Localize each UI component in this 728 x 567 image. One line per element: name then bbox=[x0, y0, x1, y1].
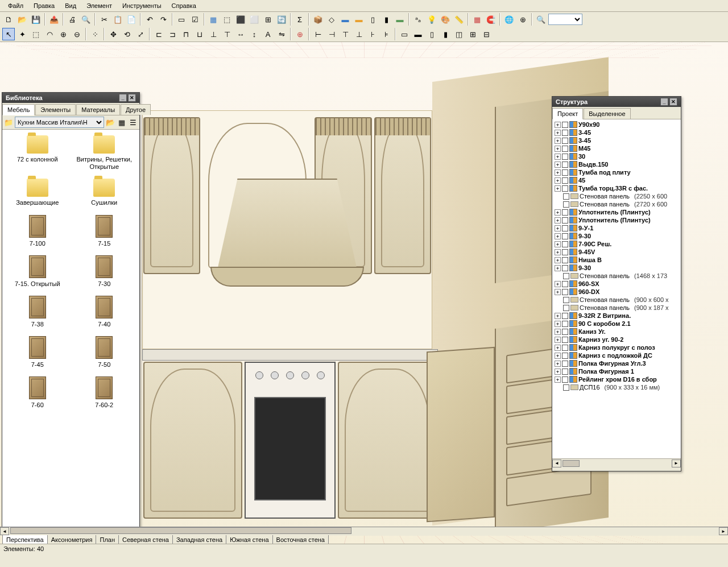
checkbox[interactable] bbox=[562, 233, 568, 239]
tree-row[interactable]: ДСП16(900 x 333 x 16 мм) bbox=[553, 383, 680, 391]
group5-icon[interactable]: ◫ bbox=[453, 28, 465, 40]
edge3-icon[interactable]: ⊤ bbox=[339, 28, 351, 40]
viewport-h-scrollbar[interactable]: ◄ ► bbox=[0, 527, 728, 536]
minimize-icon[interactable]: _ bbox=[119, 94, 127, 102]
checkbox[interactable] bbox=[562, 225, 568, 231]
close-icon[interactable]: ✕ bbox=[128, 94, 136, 102]
scroll-left-icon[interactable]: ◄ bbox=[0, 527, 9, 535]
rotate-icon[interactable]: ⟲ bbox=[121, 28, 133, 40]
edge4-icon[interactable]: ⊥ bbox=[353, 28, 365, 40]
group3-icon[interactable]: ▯ bbox=[425, 28, 438, 40]
library-item[interactable]: Витрины, Решетки, Открытые bbox=[73, 133, 136, 173]
edge1-icon[interactable]: ⊢ bbox=[312, 28, 324, 40]
select-rect-icon[interactable]: ⬚ bbox=[30, 28, 42, 40]
select-add-icon[interactable]: ⊕ bbox=[57, 28, 69, 40]
tree-row[interactable]: +Рейлинг хром D16 в сбор bbox=[553, 375, 680, 383]
library-item[interactable]: Завершающие bbox=[6, 176, 69, 209]
checkbox[interactable] bbox=[562, 376, 568, 383]
expand-icon[interactable]: + bbox=[555, 265, 561, 271]
undo-icon[interactable]: ↶ bbox=[143, 13, 156, 26]
checkbox[interactable] bbox=[562, 329, 568, 335]
expand-icon[interactable]: + bbox=[555, 289, 561, 295]
align-m-icon[interactable]: ⊥ bbox=[207, 28, 220, 40]
checkbox[interactable] bbox=[563, 305, 569, 311]
tree-row[interactable]: +9-30 bbox=[553, 232, 680, 240]
new-icon[interactable]: 🗋 bbox=[2, 13, 15, 26]
blue-box-icon[interactable]: ▬ bbox=[339, 13, 351, 26]
refresh-icon[interactable]: 🔄 bbox=[275, 13, 288, 26]
up-folder-icon[interactable]: 📂 bbox=[105, 117, 115, 127]
expand-icon[interactable]: + bbox=[555, 154, 561, 160]
align-r-icon[interactable]: ⊓ bbox=[180, 28, 192, 40]
scroll-left-icon[interactable]: ◄ bbox=[552, 460, 561, 467]
expand-icon[interactable]: + bbox=[555, 185, 561, 192]
checkbox[interactable] bbox=[562, 122, 568, 128]
checkbox[interactable] bbox=[562, 154, 568, 160]
checkbox[interactable] bbox=[562, 369, 568, 375]
view-list-icon[interactable]: ☰ bbox=[128, 117, 138, 127]
tree-row[interactable]: +Полка Фигурная Угл.3 bbox=[553, 359, 680, 367]
library-item[interactable]: 7-60-2 bbox=[73, 374, 136, 411]
checkbox[interactable] bbox=[562, 321, 568, 327]
view-icons-icon[interactable]: ▦ bbox=[117, 117, 127, 127]
tree-row[interactable]: +45 bbox=[553, 176, 680, 184]
expand-icon[interactable]: + bbox=[555, 209, 561, 216]
grid-icon[interactable]: ▦ bbox=[471, 13, 483, 26]
tree-row[interactable]: +9-45V bbox=[553, 248, 680, 256]
text-icon[interactable]: ᵃₐ bbox=[412, 13, 424, 26]
checkbox[interactable] bbox=[562, 146, 568, 152]
tree-row[interactable]: +9-32R Z Витрина. bbox=[553, 312, 680, 320]
library-item[interactable]: Сушилки bbox=[73, 176, 136, 209]
expand-icon[interactable]: + bbox=[555, 353, 561, 359]
scroll-thumb[interactable] bbox=[10, 527, 351, 534]
scale-icon[interactable]: ⤢ bbox=[134, 28, 147, 40]
tree-row[interactable]: Стеновая панель(900 x 600 x bbox=[553, 296, 680, 304]
expand-icon[interactable]: + bbox=[555, 241, 561, 247]
cabinet-icon[interactable]: ▯ bbox=[366, 13, 379, 26]
checkbox[interactable] bbox=[562, 209, 568, 216]
structure-tab[interactable]: Проект bbox=[552, 108, 583, 119]
tree-row[interactable]: +У90х90 bbox=[553, 121, 680, 129]
checkbox[interactable] bbox=[562, 313, 568, 319]
checkbox[interactable] bbox=[562, 353, 568, 359]
select-lasso-icon[interactable]: ◠ bbox=[43, 28, 56, 40]
menu-item[interactable]: Вид bbox=[60, 1, 81, 10]
check-icon[interactable]: ☑ bbox=[189, 13, 201, 26]
expand-icon[interactable]: + bbox=[555, 281, 561, 287]
checkbox[interactable] bbox=[562, 345, 568, 351]
library-item[interactable]: 7-40 bbox=[73, 293, 136, 330]
dots-icon[interactable]: ⁘ bbox=[89, 28, 101, 40]
library-titlebar[interactable]: Библиотека _ ✕ bbox=[2, 93, 139, 103]
library-path-select[interactable]: Кухни Массив Италия\Н bbox=[15, 117, 104, 128]
select-sub-icon[interactable]: ⊖ bbox=[71, 28, 83, 40]
copy-icon[interactable]: 📋 bbox=[111, 13, 124, 26]
select-window-icon[interactable]: ⬚ bbox=[221, 13, 233, 26]
flip-icon[interactable]: ⇋ bbox=[275, 28, 288, 40]
globe-icon[interactable]: 🌐 bbox=[503, 13, 515, 26]
expand-icon[interactable]: + bbox=[555, 122, 561, 128]
checkbox[interactable] bbox=[562, 257, 568, 263]
checkbox[interactable] bbox=[562, 337, 568, 343]
checkbox[interactable] bbox=[563, 273, 569, 279]
expand-icon[interactable]: + bbox=[555, 146, 561, 152]
expand-icon[interactable]: + bbox=[555, 225, 561, 231]
checkbox[interactable] bbox=[562, 265, 568, 271]
checkbox[interactable] bbox=[562, 241, 568, 247]
expand-icon[interactable]: + bbox=[555, 257, 561, 263]
tree-row[interactable]: +Полка Фигурная 1 bbox=[553, 367, 680, 375]
print-preview-icon[interactable]: 🔍 bbox=[80, 13, 92, 26]
expand-icon[interactable]: + bbox=[555, 217, 561, 224]
structure-titlebar[interactable]: Структура _ ✕ bbox=[552, 97, 681, 107]
checkbox[interactable] bbox=[562, 289, 568, 295]
tree-row[interactable]: +Карниз с подложкой ДС bbox=[553, 351, 680, 359]
tree-row[interactable]: +Каниз Уг. bbox=[553, 328, 680, 336]
checkbox[interactable] bbox=[562, 130, 568, 136]
group6-icon[interactable]: ⊞ bbox=[466, 28, 479, 40]
library-item[interactable]: 7-45 bbox=[6, 334, 69, 371]
expand-icon[interactable]: + bbox=[555, 138, 561, 144]
group7-icon[interactable]: ⊟ bbox=[480, 28, 493, 40]
library-tab[interactable]: Мебель bbox=[2, 104, 35, 115]
tree-row[interactable]: Стеновая панель(900 x 187 x bbox=[553, 304, 680, 312]
cut-icon[interactable]: ✂ bbox=[98, 13, 110, 26]
tree-row[interactable]: +Тумба торц.33R с фас. bbox=[553, 184, 680, 192]
